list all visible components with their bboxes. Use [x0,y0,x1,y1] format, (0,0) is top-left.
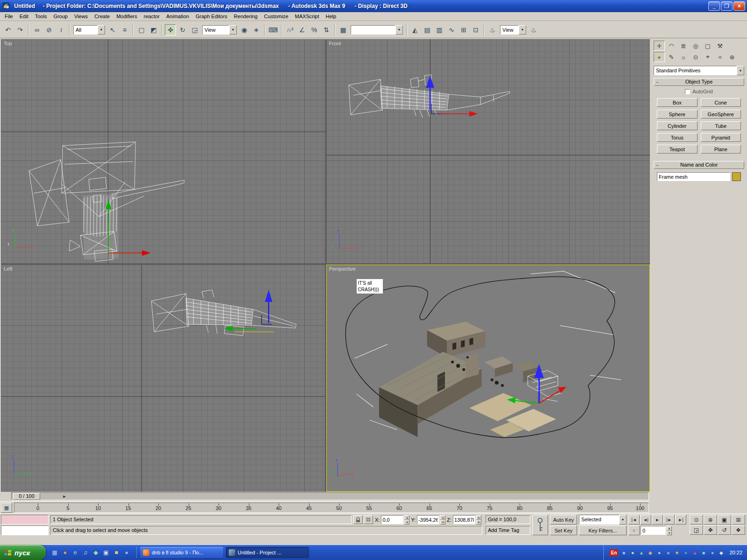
viewport-perspective[interactable]: Perspective IT'S all CRASH))) [326,265,650,492]
create-sphere-button[interactable]: Sphere [657,110,698,119]
collapse-icon[interactable]: - [656,78,658,85]
zoom-region-button[interactable]: ◲ [690,525,703,535]
key-filters-button[interactable]: Key Filters... [579,525,627,535]
rectangular-selection-region-icon[interactable]: ▢ [136,24,147,35]
select-and-rotate-icon[interactable]: ↻ [177,24,188,35]
schematic-view-icon[interactable]: ⊞ [458,24,469,35]
undo-icon[interactable]: ↶ [2,24,14,35]
goto-start-button[interactable]: |◄ [628,515,640,525]
maxscript-listener-field[interactable] [1,525,49,535]
tray-icon-5[interactable]: ● [655,549,662,556]
dropdown-arrow-icon[interactable]: ▼ [519,25,526,35]
previous-frame-button[interactable]: ◄| [640,515,651,525]
x-coordinate-field[interactable] [381,515,403,524]
percent-snap-icon[interactable]: % [309,24,320,35]
render-scene-icon[interactable]: ♨ [487,24,498,35]
z-coordinate-field[interactable] [453,515,475,524]
align-icon[interactable]: ▤ [422,24,433,35]
zoom-button[interactable]: ⊙ [690,515,703,525]
close-button[interactable]: × [733,1,745,11]
curve-editor-icon[interactable]: ∿ [446,24,457,35]
clock[interactable]: 20:22 [726,550,742,555]
utilities-tab[interactable]: ⚒ [714,41,726,51]
play-button[interactable]: ► [652,515,663,525]
viewport-perspective-label[interactable]: Perspective [329,266,356,272]
menu-edit[interactable]: Edit [16,12,32,21]
language-indicator[interactable]: En [609,549,618,556]
name-color-rollout-header[interactable]: - Name and Color [654,161,744,169]
menu-tools[interactable]: Tools [32,12,50,21]
dropdown-arrow-icon[interactable]: ▼ [98,25,105,35]
create-tube-button[interactable]: Tube [701,121,741,130]
create-tab[interactable]: ✛ [654,41,665,51]
object-name-field[interactable] [657,172,730,181]
tray-icon-3[interactable]: ▲ [638,549,645,556]
quick-render-icon[interactable]: ♨ [528,24,539,35]
create-torus-button[interactable]: Torus [657,133,698,142]
lights-category[interactable]: ☼ [678,52,689,62]
tray-icon-4[interactable]: ◆ [647,549,654,556]
menu-animation[interactable]: Animation [163,12,192,21]
time-slider-groove[interactable] [11,492,649,500]
tray-icon-2[interactable]: ● [629,549,636,556]
restore-button[interactable]: ❐ [721,1,733,11]
create-plane-button[interactable]: Plane [701,145,741,154]
autogrid-checkbox[interactable] [685,89,690,94]
quick-launch-icon-3[interactable]: e [71,548,79,557]
maximize-viewport-button[interactable]: ❖ [732,525,745,535]
menu-rendering[interactable]: Rendering [231,12,261,21]
select-by-name-icon[interactable]: ≡ [119,24,130,35]
create-cone-button[interactable]: Cone [701,98,741,107]
current-frame-field[interactable] [641,526,666,535]
dropdown-arrow-icon[interactable]: ▼ [395,25,403,35]
systems-category[interactable]: ⊛ [726,52,738,62]
arc-rotate-button[interactable]: ↺ [718,525,731,535]
select-and-scale-icon[interactable]: ◲ [189,24,200,35]
primitives-dropdown[interactable]: Standard Primitives ▼ [654,66,744,75]
redo-icon[interactable]: ↷ [14,24,26,35]
unlink-selection-icon[interactable]: ⊘ [43,24,55,35]
key-mode-toggle-button[interactable]: ○ [628,525,640,535]
zoom-extents-button[interactable]: ▣ [718,515,731,525]
y-coordinate-spinner[interactable]: ▴▾ [440,515,445,524]
quick-launch-icon-2[interactable]: ● [61,548,69,557]
title-bar[interactable]: Untitled - Project Folder: C:\Documents … [0,0,747,12]
shapes-category[interactable]: ✎ [666,52,677,62]
quick-launch-icon-7[interactable]: ■ [112,548,120,557]
time-slider[interactable]: 0 / 100 [13,493,40,500]
x-coordinate-spinner[interactable]: ▴▾ [404,515,409,524]
spinner-snap-icon[interactable]: ⇅ [321,24,332,35]
layer-manager-icon[interactable]: ▥ [434,24,445,35]
add-time-tag[interactable]: Add Time Tag [486,526,530,535]
cameras-category[interactable]: ⊙ [690,52,701,62]
create-cylinder-button[interactable]: Cylinder [657,121,698,130]
menu-views[interactable]: Views [71,12,91,21]
create-geosphere-button[interactable]: GeoSphere [701,110,741,119]
task-button-1[interactable]: dnb в fl studio 9 - По... [140,547,223,558]
tray-icon-7[interactable]: ★ [673,549,680,556]
tray-icon-8[interactable]: ● [682,549,689,556]
space-warps-category[interactable]: ≈ [714,52,726,62]
pan-button[interactable]: ✥ [704,525,717,535]
helpers-category[interactable]: ⌖ [702,52,713,62]
z-coordinate-spinner[interactable]: ▴▾ [476,515,481,524]
frame-spinner[interactable]: ▴▾ [667,526,672,535]
named-selection-dropdown[interactable]: ▼ [351,25,403,35]
create-pyramid-button[interactable]: Pyramid [701,133,741,142]
quick-launch-icon-1[interactable]: ▦ [50,548,59,557]
quick-launch-icon-8[interactable]: ● [122,548,131,557]
key-mode-dropdown[interactable]: Selected ▼ [579,515,627,525]
angle-snap-icon[interactable]: ∠ [296,24,308,35]
taskbar-handle[interactable] [136,547,138,558]
menu-modifiers[interactable]: Modifiers [113,12,141,21]
start-button[interactable]: пуск [0,545,46,560]
collapse-icon[interactable]: - [656,161,658,168]
tray-icon-11[interactable]: ● [709,549,716,556]
absolute-mode-button[interactable]: ⊡ [364,515,373,524]
viewport-left-label[interactable]: Left [4,266,12,272]
viewport-top[interactable]: Top [1,39,325,263]
zoom-all-button[interactable]: ⊕ [704,515,717,525]
menu-maxscript[interactable]: MAXScript [292,12,323,21]
tray-icon-10[interactable]: ■ [700,549,707,556]
auto-key-button[interactable]: Auto Key [550,515,577,525]
